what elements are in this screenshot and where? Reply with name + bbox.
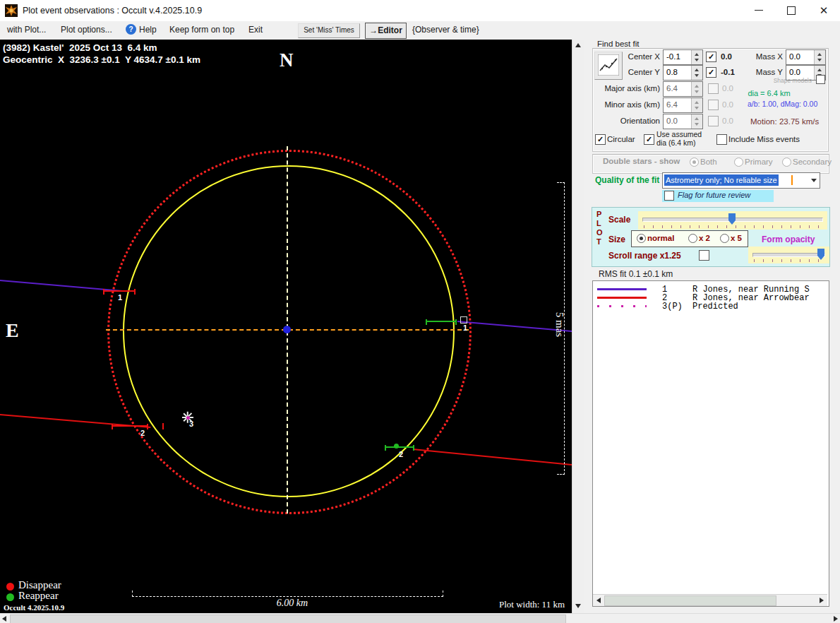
maximize-button[interactable] — [775, 0, 808, 21]
scale-slider-ticks — [644, 225, 822, 228]
major-axis-checkbox[interactable] — [708, 83, 719, 94]
use-assumed-checkbox[interactable]: ✓ — [644, 134, 654, 145]
list-item[interactable]: 2R Jones, near Arrowbear — [593, 293, 829, 302]
chord2-line-sample — [597, 297, 647, 299]
window-scrollbar-thumb[interactable] — [10, 615, 566, 623]
center-x-label: Center X — [611, 52, 660, 61]
predicted-marker-label: 3 — [189, 420, 193, 428]
menu-help[interactable]: Help — [139, 25, 157, 35]
window-title: Plot event observations : Occult v.4.202… — [23, 6, 202, 16]
obs-name: Predicted — [692, 302, 738, 312]
mass-y-label: Mass Y — [753, 68, 783, 76]
list-item[interactable]: 3(P)Predicted — [593, 302, 829, 310]
chord1-line-sample — [597, 288, 647, 290]
size-x5-radio[interactable] — [720, 234, 729, 243]
set-miss-times-button[interactable]: Set 'Miss' Times — [298, 23, 360, 38]
scale-slider[interactable] — [638, 211, 827, 230]
minimize-button[interactable] — [743, 0, 775, 21]
shape-models-checkbox[interactable] — [816, 75, 825, 84]
plot-vertical-o: O — [596, 228, 603, 237]
double-primary-radio[interactable] — [734, 158, 743, 167]
include-miss-checkbox[interactable] — [716, 134, 727, 145]
minor-axis-delta: 0.0 — [722, 100, 733, 109]
opacity-slider-ticks — [754, 259, 824, 262]
size-normal-radio[interactable] — [637, 234, 646, 243]
opacity-slider-thumb[interactable] — [817, 249, 824, 260]
center-y-checkbox[interactable]: ✓ — [706, 67, 716, 78]
center-x-spinner[interactable]: -0.1 — [663, 49, 703, 65]
quality-dropdown[interactable]: Astrometry only; No reliable size — [662, 172, 820, 189]
double-secondary-radio[interactable] — [782, 158, 791, 167]
orientation-spinner[interactable]: 0.0 — [663, 114, 703, 129]
center-y-spinner[interactable]: 0.8 — [663, 65, 703, 81]
plot-vertical-l: L — [596, 219, 601, 227]
plot-canvas[interactable]: (3982) Kastel' 2025 Oct 13 6.4 km Geocen… — [0, 40, 572, 613]
scale-slider-thumb[interactable] — [728, 213, 736, 225]
double-secondary-label: Secondary — [793, 158, 832, 166]
disappear-marker-1[interactable] — [103, 290, 136, 292]
quality-label: Quality of the fit — [595, 175, 659, 185]
reappear-marker-2[interactable] — [385, 446, 414, 448]
double-both-radio[interactable] — [690, 158, 699, 167]
help-icon: ? — [126, 24, 136, 35]
list-horizontal-scrollbar[interactable] — [593, 594, 827, 606]
disappear-legend-dot — [6, 583, 14, 591]
double-stars-title: Double stars - show — [603, 157, 680, 165]
flag-review-checkbox[interactable] — [664, 191, 674, 201]
orientation-delta: 0.0 — [722, 117, 733, 125]
plot-title-line2: Geocentric X 3236.3 ±0.1 Y 4634.7 ±0.1 k… — [3, 54, 200, 65]
scroll-down-icon[interactable] — [575, 604, 581, 608]
scroll-range-checkbox[interactable] — [699, 250, 709, 261]
rms-fit-value: RMS fit 0.1 ±0.1 km — [599, 269, 673, 279]
menu-with-plot[interactable]: with Plot... — [7, 25, 46, 35]
scale-bar-label: 6.00 km — [264, 598, 320, 609]
disappear-marker-2[interactable] — [112, 425, 148, 427]
form-opacity-slider[interactable] — [748, 247, 829, 263]
obs-index: 3(P) — [662, 302, 692, 312]
window-horizontal-scrollbar[interactable] — [0, 613, 840, 623]
close-icon: ✕ — [820, 4, 829, 16]
size-x2-radio[interactable] — [688, 234, 697, 243]
menu-keep-form-on-top[interactable]: Keep form on top — [169, 25, 234, 35]
chord2-disappear-label: 2 — [140, 429, 145, 437]
size-radio-box: normal x 2 x 5 — [631, 230, 748, 247]
dropdown-arrow-icon — [811, 179, 817, 182]
list-item[interactable]: 1R Jones, near Running S — [593, 285, 829, 293]
circular-checkbox[interactable]: ✓ — [595, 134, 606, 145]
editor-button[interactable]: →Editor — [365, 23, 407, 39]
east-label: E — [6, 319, 19, 342]
circular-label: Circular — [607, 135, 635, 143]
quality-selected-value: Astrometry only; No reliable size — [664, 174, 779, 186]
window-scroll-left-icon[interactable] — [2, 616, 6, 622]
scroll-up-icon[interactable] — [575, 43, 581, 47]
orientation-checkbox[interactable] — [708, 116, 719, 126]
reappear-point-1 — [460, 316, 467, 324]
version-label: Occult 4.2025.10.9 — [4, 603, 64, 612]
major-axis-spinner[interactable]: 6.4 — [663, 81, 703, 97]
scale-bar-right-tick — [443, 591, 443, 597]
control-panel: Find best fit Center X -0.1 ✓ 0.0 Mass X… — [584, 40, 840, 613]
editor-label: →Editor — [369, 25, 402, 35]
menu-plot-options[interactable]: Plot options... — [61, 25, 112, 35]
minor-axis-spinner[interactable]: 6.4 — [663, 97, 703, 113]
size-x2-label: x 2 — [699, 234, 710, 242]
list-scroll-right-icon[interactable] — [820, 598, 824, 603]
app-icon — [5, 4, 18, 17]
window-scroll-right-icon[interactable] — [834, 616, 838, 622]
observations-list[interactable]: 1R Jones, near Running S 2R Jones, near … — [592, 280, 829, 607]
use-assumed-label-1: Use assumed — [656, 130, 702, 138]
plot-title-line1: (3982) Kastel' 2025 Oct 13 6.4 km — [3, 42, 157, 53]
list-scrollbar-thumb[interactable] — [604, 595, 776, 606]
mas-scale-label: 5 mas — [553, 304, 565, 345]
menu-exit[interactable]: Exit — [248, 25, 263, 35]
opacity-slider-groove — [752, 253, 825, 257]
minor-axis-checkbox[interactable] — [708, 100, 719, 110]
flag-review-label: Flag for future review — [678, 191, 750, 199]
minimize-icon — [755, 10, 763, 11]
reappear-marker-1[interactable] — [426, 321, 457, 322]
close-button[interactable]: ✕ — [808, 0, 840, 21]
center-x-checkbox[interactable]: ✓ — [706, 52, 716, 62]
mass-x-spinner[interactable]: 0.0 — [786, 49, 826, 65]
list-scroll-left-icon[interactable] — [596, 598, 601, 603]
chord1-disappear-label: 1 — [118, 293, 122, 302]
